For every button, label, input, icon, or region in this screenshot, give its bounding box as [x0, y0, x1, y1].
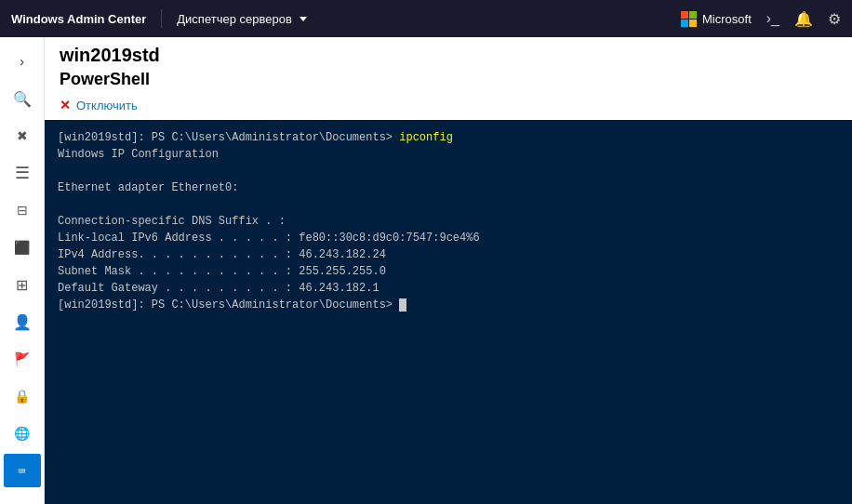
bell-icon[interactable]: 🔔 [794, 10, 813, 28]
terminal-line-8: IPv4 Address. . . . . . . . . . . : 46.2… [58, 246, 839, 263]
terminal-line-9: Subnet Mask . . . . . . . . . . . : 255.… [58, 263, 839, 280]
terminal-line-2: Windows IP Configuration [58, 146, 839, 163]
cursor-blink [399, 298, 406, 312]
main-layout: › 🔍 ✖ ☰ ⊟ ⬛ ⊞ 👤 🚩 🔒 🌐 [0, 37, 852, 504]
server-manager-label: Диспетчер серверов [177, 12, 292, 26]
terminal-line-4: Ethernet adapter Ethernet0: [58, 179, 839, 196]
chevron-right-icon: › [20, 54, 24, 69]
disconnect-label: Отключить [76, 99, 138, 113]
tools-icon: ✖ [17, 128, 28, 143]
x-icon: ✕ [60, 98, 71, 113]
table-icon: ⊞ [16, 276, 28, 294]
content-area: win2019std PowerShell ✕ Отключить [win20… [45, 37, 852, 504]
terminal-line-10: Default Gateway . . . . . . . . . : 46.2… [58, 280, 839, 297]
sidebar-item-server[interactable]: ⬛ [4, 231, 41, 264]
microsoft-logo: Microsoft [681, 11, 752, 27]
sidebar-item-globe[interactable]: 🌐 [4, 417, 41, 450]
sidebar-item-monitor[interactable]: ⊟ [4, 193, 41, 227]
sidebar-item-security[interactable]: 🔒 [4, 379, 41, 413]
sidebar-item-user[interactable]: 👤 [4, 305, 41, 338]
sidebar-item-table[interactable]: ⊞ [4, 268, 41, 301]
terminal-line-6: Connection-specific DNS Suffix . : [58, 213, 839, 230]
page-title: win2019std [60, 45, 837, 66]
globe-icon: 🌐 [14, 426, 30, 441]
sidebar-item-terminal[interactable]: ⌨ [4, 454, 41, 487]
nav-divider [161, 9, 162, 28]
terminal-line-5 [58, 196, 839, 213]
terminal-window[interactable]: [win2019std]: PS C:\Users\Administrator\… [45, 120, 852, 504]
terminal-nav-icon: ⌨ [19, 464, 26, 478]
microsoft-label: Microsoft [702, 12, 752, 26]
tool-section: PowerShell ✕ Отключить [45, 70, 852, 120]
sidebar-item-tools[interactable]: ✖ [4, 119, 41, 153]
security-icon: 🔒 [14, 389, 30, 404]
list-icon: ☰ [15, 163, 29, 183]
ms-grid-icon [681, 11, 697, 27]
sidebar-item-search[interactable]: 🔍 [4, 82, 41, 115]
chevron-down-icon [300, 17, 307, 21]
settings-icon[interactable]: ⚙ [828, 10, 841, 28]
sidebar: › 🔍 ✖ ☰ ⊟ ⬛ ⊞ 👤 🚩 🔒 🌐 [0, 37, 45, 504]
monitor-icon: ⊟ [17, 203, 28, 218]
page-header: win2019std [45, 37, 852, 70]
terminal-line-1: [win2019std]: PS C:\Users\Administrator\… [58, 129, 839, 146]
app-title: Windows Admin Center [11, 12, 146, 26]
terminal-line-11: [win2019std]: PS C:\Users\Administrator\… [58, 297, 839, 313]
disconnect-button[interactable]: ✕ Отключить [60, 98, 138, 113]
terminal-line-3 [58, 163, 839, 179]
sidebar-item-chevron[interactable]: › [4, 45, 41, 78]
user-icon: 👤 [13, 313, 32, 331]
terminal-line-7: Link-local IPv6 Address . . . . . : fe80… [58, 230, 839, 246]
terminal-icon[interactable]: ›_ [766, 10, 779, 27]
top-nav: Windows Admin Center Диспетчер серверов … [0, 0, 852, 37]
server-icon: ⬛ [14, 240, 30, 255]
tool-title: PowerShell [60, 70, 837, 89]
search-icon: 🔍 [13, 90, 32, 108]
alert-icon: 🚩 [14, 351, 30, 366]
nav-icons: ›_ 🔔 ⚙ [766, 10, 841, 28]
sidebar-item-alerts[interactable]: 🚩 [4, 342, 41, 376]
sidebar-item-list[interactable]: ☰ [4, 156, 41, 190]
server-manager-menu[interactable]: Диспетчер серверов [177, 12, 307, 26]
